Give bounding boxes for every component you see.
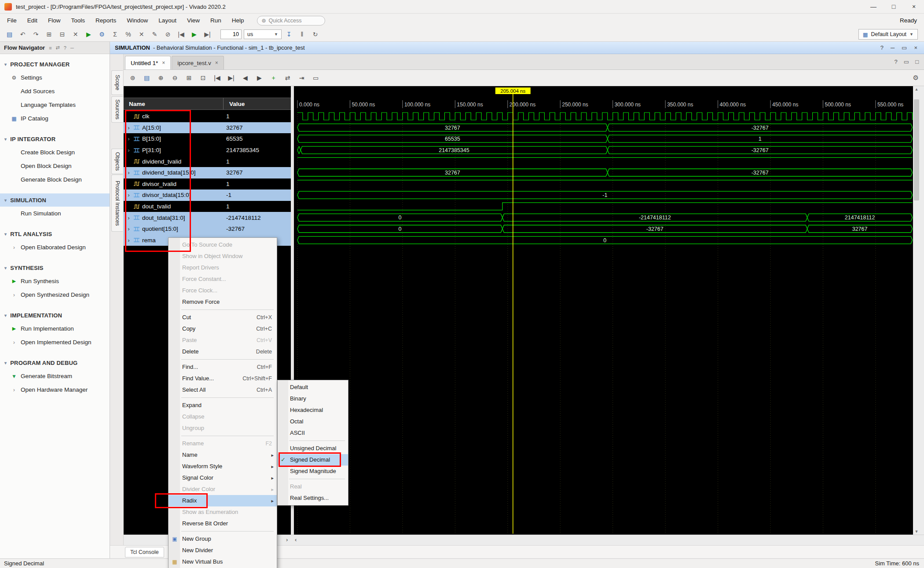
flow-item-open-block-design[interactable]: Open Block Design [0,159,110,173]
expand-chevron-icon[interactable]: › [125,226,132,232]
step-icon[interactable]: ▶| [202,29,213,40]
signal-value-b-15-0[interactable]: 65535 [223,133,291,145]
signal-row-dout-tvalid[interactable]: dout_tvalid [124,201,223,212]
run-icon[interactable]: ▶ [83,29,95,40]
menu-item-unsigned-decimal[interactable]: Unsigned Decimal [278,443,348,454]
side-tab-sources[interactable]: Sources [111,96,123,123]
restart-icon[interactable]: |◀ [175,29,187,40]
signal-value-p-31-0[interactable]: 2147385345 [223,145,291,156]
settings-icon[interactable]: ⚙ [96,29,108,40]
menu-flow[interactable]: Flow [43,14,66,27]
signal-row-divisor-tdata-15-0[interactable]: ›divisor_tdata[15:0] [124,189,223,201]
undo-icon[interactable]: ↶ [17,29,29,40]
zoom-to-cursor-icon[interactable]: ⊡ [197,72,209,84]
help-icon[interactable]: ? [64,45,66,51]
float-icon[interactable]: ▭ [310,72,322,84]
swap-cursors-icon[interactable]: ⇄ [282,72,293,84]
menu-item-octal[interactable]: Octal [278,416,348,427]
flow-item-create-block-design[interactable]: Create Block Design [0,146,110,159]
flow-section-header-synthesis[interactable]: ▾SYNTHESIS [0,261,110,274]
signal-row-dividend-tvalid[interactable]: dividend_tvalid [124,156,223,167]
signal-value-clk[interactable]: 1 [223,111,291,122]
menu-view[interactable]: View [182,14,205,27]
scroll-down-icon[interactable]: ▼ [913,529,920,534]
float-panel-icon[interactable]: ▭ [902,44,907,51]
layout-select[interactable]: ▦ Default Layout ▼ [858,29,918,40]
simulation-time-input[interactable] [220,29,242,39]
run-all-icon[interactable]: ▶ [188,29,200,40]
signal-value-quotient-15-0[interactable]: -32767 [223,223,291,235]
float-window-icon[interactable]: ▭ [904,58,909,65]
flow-item-ip-catalog[interactable]: ▦IP Catalog [0,112,110,125]
go-to-last-time-icon[interactable]: ▶| [225,72,237,84]
menu-item-default[interactable]: Default [278,382,348,393]
chevron-right-icon[interactable]: › [11,339,18,346]
close-button[interactable]: × [904,0,924,13]
flow-item-run-synthesis[interactable]: ▶Run Synthesis [0,274,110,288]
tab-tcl-console[interactable]: Tcl Console [125,547,164,557]
signal-value-dividend-tdata-15-0[interactable]: 32767 [223,167,291,178]
vertical-scrollbar[interactable]: ▲ ▼ [913,86,920,535]
flow-section-header-ip-integrator[interactable]: ▾IP INTEGRATOR [0,132,110,146]
side-tab-objects[interactable]: Objects [111,149,123,174]
expand-right-icon[interactable]: › [286,536,288,543]
menu-reports[interactable]: Reports [90,14,121,27]
flow-item-language-templates[interactable]: Language Templates [0,98,110,112]
expand-chevron-icon[interactable]: › [125,147,132,153]
tab-untitled-1[interactable]: Untitled 1*× [125,56,171,69]
flow-item-open-synthesized-design[interactable]: ›Open Synthesized Design [0,288,110,302]
copy-icon[interactable]: ⊞ [43,29,55,40]
close-tab-icon[interactable]: × [215,60,218,66]
maximize-window-icon[interactable]: □ [915,58,919,65]
menu-item-binary[interactable]: Binary [278,393,348,404]
signal-value-dout-tvalid[interactable]: 1 [223,201,291,212]
help-icon[interactable]: ? [895,58,898,65]
signal-value-a-15-0[interactable]: 32767 [223,122,291,134]
menu-item-new-group[interactable]: ▣New Group [169,533,277,545]
edit-icon[interactable]: ✎ [149,29,161,40]
menu-window[interactable]: Window [121,14,153,27]
run-for-icon[interactable]: ↧ [283,29,295,40]
menu-item-delete[interactable]: DeleteDelete [169,346,277,357]
menu-help[interactable]: Help [227,14,249,27]
tab-ipcore-test-v[interactable]: ipcore_test.v× [172,56,224,69]
menu-file[interactable]: File [2,14,22,27]
menu-item-hexadecimal[interactable]: Hexadecimal [278,404,348,416]
scrollbar-thumb[interactable] [914,99,919,200]
flow-section-header-rtl-analysis[interactable]: ▾RTL ANALYSIS [0,227,110,240]
signal-value-dividend-tvalid[interactable]: 1 [223,156,291,167]
flow-item-generate-bitstream[interactable]: ▼Generate Bitstream [0,369,110,383]
menu-item-remove-force[interactable]: Remove Force [169,296,277,308]
signal-value-dout-tdata-31-0[interactable]: -2147418112 [223,212,291,223]
find-icon[interactable]: ⊚ [127,72,139,84]
signal-row-clk[interactable]: clk [124,111,223,122]
flow-section-header-implementation[interactable]: ▾IMPLEMENTATION [0,309,110,322]
relaunch-icon[interactable]: ↻ [309,29,321,40]
menu-item-signed-magnitude[interactable]: Signed Magnitude [278,466,348,477]
menu-item-new-divider[interactable]: New Divider [169,545,277,556]
chevron-right-icon[interactable]: › [11,291,18,298]
scroll-up-icon[interactable]: ▲ [913,87,920,91]
zoom-out-icon[interactable]: ⊖ [169,72,181,84]
minimize-panel-icon[interactable]: ─ [891,44,895,51]
redo-icon[interactable]: ↷ [30,29,42,40]
menu-layout[interactable]: Layout [153,14,182,27]
side-tab-scope[interactable]: Scope [111,70,123,95]
menu-item-signal-color[interactable]: Signal Color▸ [169,472,277,484]
close-tab-icon[interactable]: × [162,60,165,66]
flow-item-open-implemented-design[interactable]: ›Open Implemented Design [0,335,110,349]
menu-item-real-settings[interactable]: Real Settings... [278,492,348,504]
close-icon[interactable]: ✕ [136,29,147,40]
flow-item-generate-block-design[interactable]: Generate Block Design [0,173,110,186]
menu-item-signed-decimal[interactable]: ✓Signed Decimal [278,454,348,466]
waveform-settings-gear-icon[interactable]: ⚙ [913,74,919,82]
signal-value-divisor-tvalid[interactable]: 1 [223,178,291,190]
sum-icon[interactable]: Σ [109,29,121,40]
chevron-right-icon[interactable]: › [11,386,18,393]
signal-row-p-31-0[interactable]: ›P[31:0] [124,145,223,156]
menu-item-new-virtual-bus[interactable]: ▦New Virtual Bus [169,556,277,568]
menu-item-select-all[interactable]: Select AllCtrl+A [169,384,277,396]
minimize-button[interactable]: — [863,0,884,13]
help-icon[interactable]: ? [880,44,884,51]
menu-item-expand[interactable]: Expand [169,400,277,411]
